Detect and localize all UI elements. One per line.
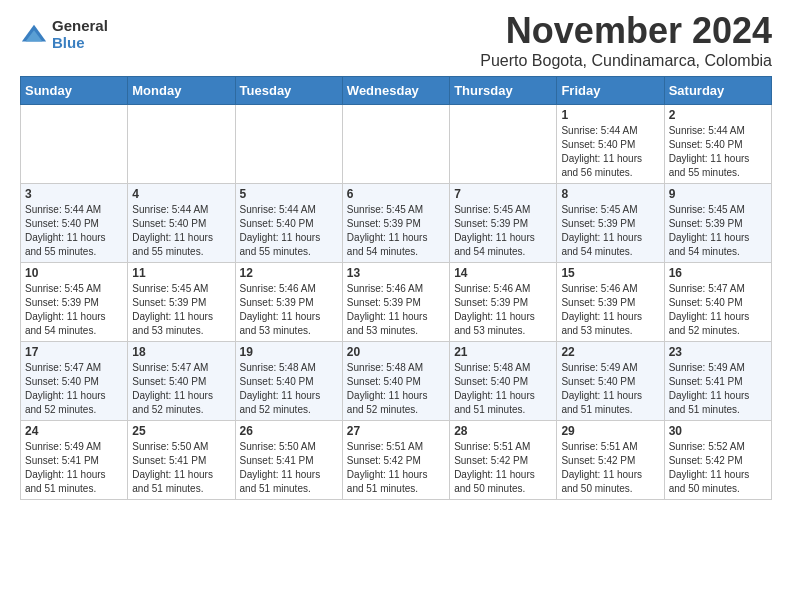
day-number: 20 <box>347 345 445 359</box>
weekday-header-saturday: Saturday <box>664 77 771 105</box>
day-number: 6 <box>347 187 445 201</box>
day-number: 12 <box>240 266 338 280</box>
week-row-3: 10Sunrise: 5:45 AM Sunset: 5:39 PM Dayli… <box>21 263 772 342</box>
day-number: 22 <box>561 345 659 359</box>
day-number: 17 <box>25 345 123 359</box>
day-cell-18: 18Sunrise: 5:47 AM Sunset: 5:40 PM Dayli… <box>128 342 235 421</box>
day-number: 5 <box>240 187 338 201</box>
day-number: 24 <box>25 424 123 438</box>
day-number: 3 <box>25 187 123 201</box>
weekday-header-sunday: Sunday <box>21 77 128 105</box>
week-row-2: 3Sunrise: 5:44 AM Sunset: 5:40 PM Daylig… <box>21 184 772 263</box>
empty-cell <box>450 105 557 184</box>
day-info: Sunrise: 5:47 AM Sunset: 5:40 PM Dayligh… <box>25 361 123 417</box>
day-info: Sunrise: 5:49 AM Sunset: 5:40 PM Dayligh… <box>561 361 659 417</box>
day-number: 29 <box>561 424 659 438</box>
logo-blue-text: Blue <box>52 35 108 52</box>
day-info: Sunrise: 5:51 AM Sunset: 5:42 PM Dayligh… <box>561 440 659 496</box>
day-cell-30: 30Sunrise: 5:52 AM Sunset: 5:42 PM Dayli… <box>664 421 771 500</box>
empty-cell <box>128 105 235 184</box>
day-number: 26 <box>240 424 338 438</box>
logo-text: General Blue <box>52 18 108 51</box>
month-title: November 2024 <box>480 10 772 52</box>
day-info: Sunrise: 5:45 AM Sunset: 5:39 PM Dayligh… <box>132 282 230 338</box>
day-cell-17: 17Sunrise: 5:47 AM Sunset: 5:40 PM Dayli… <box>21 342 128 421</box>
day-number: 7 <box>454 187 552 201</box>
day-cell-9: 9Sunrise: 5:45 AM Sunset: 5:39 PM Daylig… <box>664 184 771 263</box>
day-number: 4 <box>132 187 230 201</box>
day-info: Sunrise: 5:48 AM Sunset: 5:40 PM Dayligh… <box>347 361 445 417</box>
day-info: Sunrise: 5:51 AM Sunset: 5:42 PM Dayligh… <box>454 440 552 496</box>
day-info: Sunrise: 5:44 AM Sunset: 5:40 PM Dayligh… <box>669 124 767 180</box>
day-info: Sunrise: 5:46 AM Sunset: 5:39 PM Dayligh… <box>561 282 659 338</box>
day-info: Sunrise: 5:45 AM Sunset: 5:39 PM Dayligh… <box>561 203 659 259</box>
day-info: Sunrise: 5:45 AM Sunset: 5:39 PM Dayligh… <box>669 203 767 259</box>
day-cell-6: 6Sunrise: 5:45 AM Sunset: 5:39 PM Daylig… <box>342 184 449 263</box>
calendar-table: SundayMondayTuesdayWednesdayThursdayFrid… <box>20 76 772 500</box>
empty-cell <box>342 105 449 184</box>
day-cell-8: 8Sunrise: 5:45 AM Sunset: 5:39 PM Daylig… <box>557 184 664 263</box>
day-info: Sunrise: 5:49 AM Sunset: 5:41 PM Dayligh… <box>25 440 123 496</box>
day-cell-21: 21Sunrise: 5:48 AM Sunset: 5:40 PM Dayli… <box>450 342 557 421</box>
day-cell-15: 15Sunrise: 5:46 AM Sunset: 5:39 PM Dayli… <box>557 263 664 342</box>
week-row-5: 24Sunrise: 5:49 AM Sunset: 5:41 PM Dayli… <box>21 421 772 500</box>
day-info: Sunrise: 5:44 AM Sunset: 5:40 PM Dayligh… <box>25 203 123 259</box>
day-cell-3: 3Sunrise: 5:44 AM Sunset: 5:40 PM Daylig… <box>21 184 128 263</box>
day-cell-23: 23Sunrise: 5:49 AM Sunset: 5:41 PM Dayli… <box>664 342 771 421</box>
logo-general-text: General <box>52 18 108 35</box>
day-info: Sunrise: 5:45 AM Sunset: 5:39 PM Dayligh… <box>454 203 552 259</box>
day-info: Sunrise: 5:48 AM Sunset: 5:40 PM Dayligh… <box>240 361 338 417</box>
day-info: Sunrise: 5:50 AM Sunset: 5:41 PM Dayligh… <box>132 440 230 496</box>
day-cell-22: 22Sunrise: 5:49 AM Sunset: 5:40 PM Dayli… <box>557 342 664 421</box>
day-number: 9 <box>669 187 767 201</box>
header: General Blue November 2024 Puerto Bogota… <box>20 10 772 70</box>
day-number: 2 <box>669 108 767 122</box>
day-number: 13 <box>347 266 445 280</box>
week-row-4: 17Sunrise: 5:47 AM Sunset: 5:40 PM Dayli… <box>21 342 772 421</box>
day-info: Sunrise: 5:46 AM Sunset: 5:39 PM Dayligh… <box>454 282 552 338</box>
day-number: 11 <box>132 266 230 280</box>
day-cell-11: 11Sunrise: 5:45 AM Sunset: 5:39 PM Dayli… <box>128 263 235 342</box>
week-row-1: 1Sunrise: 5:44 AM Sunset: 5:40 PM Daylig… <box>21 105 772 184</box>
weekday-header-friday: Friday <box>557 77 664 105</box>
day-info: Sunrise: 5:48 AM Sunset: 5:40 PM Dayligh… <box>454 361 552 417</box>
day-number: 16 <box>669 266 767 280</box>
location-title: Puerto Bogota, Cundinamarca, Colombia <box>480 52 772 70</box>
day-cell-12: 12Sunrise: 5:46 AM Sunset: 5:39 PM Dayli… <box>235 263 342 342</box>
weekday-header-monday: Monday <box>128 77 235 105</box>
day-cell-14: 14Sunrise: 5:46 AM Sunset: 5:39 PM Dayli… <box>450 263 557 342</box>
day-cell-29: 29Sunrise: 5:51 AM Sunset: 5:42 PM Dayli… <box>557 421 664 500</box>
day-info: Sunrise: 5:52 AM Sunset: 5:42 PM Dayligh… <box>669 440 767 496</box>
day-cell-27: 27Sunrise: 5:51 AM Sunset: 5:42 PM Dayli… <box>342 421 449 500</box>
day-number: 27 <box>347 424 445 438</box>
logo-icon <box>20 21 48 49</box>
day-info: Sunrise: 5:46 AM Sunset: 5:39 PM Dayligh… <box>240 282 338 338</box>
day-cell-16: 16Sunrise: 5:47 AM Sunset: 5:40 PM Dayli… <box>664 263 771 342</box>
title-section: November 2024 Puerto Bogota, Cundinamarc… <box>480 10 772 70</box>
weekday-header-wednesday: Wednesday <box>342 77 449 105</box>
logo: General Blue <box>20 18 108 51</box>
day-number: 1 <box>561 108 659 122</box>
weekday-header-row: SundayMondayTuesdayWednesdayThursdayFrid… <box>21 77 772 105</box>
day-info: Sunrise: 5:44 AM Sunset: 5:40 PM Dayligh… <box>132 203 230 259</box>
day-info: Sunrise: 5:44 AM Sunset: 5:40 PM Dayligh… <box>561 124 659 180</box>
day-number: 8 <box>561 187 659 201</box>
weekday-header-tuesday: Tuesday <box>235 77 342 105</box>
day-info: Sunrise: 5:47 AM Sunset: 5:40 PM Dayligh… <box>132 361 230 417</box>
weekday-header-thursday: Thursday <box>450 77 557 105</box>
day-number: 23 <box>669 345 767 359</box>
day-number: 18 <box>132 345 230 359</box>
empty-cell <box>21 105 128 184</box>
day-number: 21 <box>454 345 552 359</box>
day-number: 25 <box>132 424 230 438</box>
empty-cell <box>235 105 342 184</box>
day-info: Sunrise: 5:45 AM Sunset: 5:39 PM Dayligh… <box>25 282 123 338</box>
day-number: 14 <box>454 266 552 280</box>
day-cell-25: 25Sunrise: 5:50 AM Sunset: 5:41 PM Dayli… <box>128 421 235 500</box>
day-number: 28 <box>454 424 552 438</box>
day-cell-2: 2Sunrise: 5:44 AM Sunset: 5:40 PM Daylig… <box>664 105 771 184</box>
day-number: 30 <box>669 424 767 438</box>
day-number: 19 <box>240 345 338 359</box>
day-info: Sunrise: 5:51 AM Sunset: 5:42 PM Dayligh… <box>347 440 445 496</box>
day-number: 15 <box>561 266 659 280</box>
